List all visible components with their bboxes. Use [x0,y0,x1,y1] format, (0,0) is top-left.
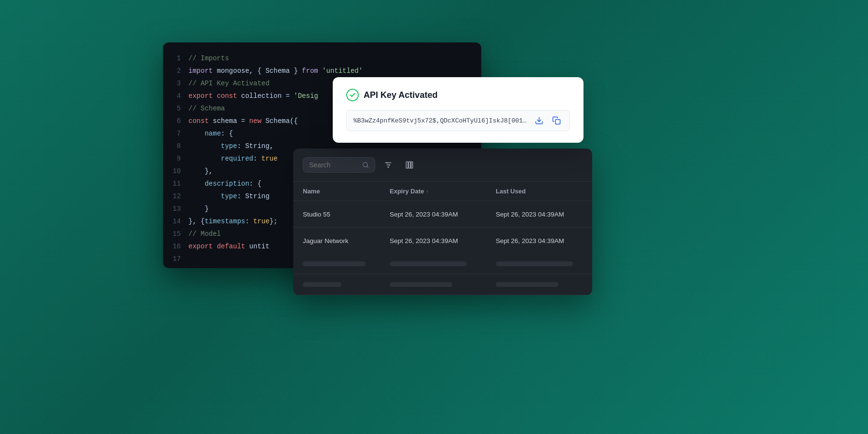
col-name: Name [303,188,390,195]
cell-expiry: Sept 26, 2023 04:39AM [390,211,496,218]
columns-button[interactable] [401,158,418,172]
download-button[interactable] [533,115,545,126]
search-box[interactable] [303,157,375,173]
cell-name: Studio 55 [303,211,390,218]
api-card-title: API Key Activated [364,90,437,100]
cell-last-used: Sept 26, 2023 04:39AM [496,211,592,218]
svg-rect-12 [411,162,413,168]
table-toolbar [293,149,592,182]
skeleton-row [293,254,592,274]
table-row[interactable]: Studio 55 Sept 26, 2023 04:39AM Sept 26,… [293,201,592,228]
skeleton-bar [390,282,452,287]
cell-last-used: Sept 26, 2023 04:39AM [496,237,592,244]
svg-line-3 [367,166,368,168]
skeleton-row [293,274,592,295]
skeleton-bar [496,261,573,266]
line-numbers: 123456789101112131415161718192021 [163,52,189,268]
search-input[interactable] [309,161,358,169]
table-header: Name Expiry Date ↑ Last Used Status [293,182,592,201]
col-expiry[interactable]: Expiry Date ↑ [390,188,496,195]
copy-button[interactable] [550,115,563,126]
api-keys-table-panel: Name Expiry Date ↑ Last Used Status Stud… [293,149,592,295]
check-circle-icon [346,89,359,101]
table-row[interactable]: Jaguar Network Sept 26, 2023 04:39AM Sep… [293,228,592,254]
skeleton-bar [496,282,558,287]
search-icon [362,162,369,168]
sort-arrow-icon: ↑ [426,189,429,194]
svg-rect-1 [556,120,560,124]
svg-rect-11 [409,162,411,168]
svg-rect-10 [406,162,408,168]
svg-point-8 [389,164,390,166]
skeleton-bar [303,282,341,287]
api-card-header: API Key Activated [346,89,570,101]
skeleton-bar [303,261,366,266]
svg-point-9 [388,166,389,168]
skeleton-bar [390,261,467,266]
filter-button[interactable] [380,158,396,172]
cell-expiry: Sept 26, 2023 04:39AM [390,237,496,244]
table-rows: Studio 55 Sept 26, 2023 04:39AM Sept 26,… [293,201,592,254]
svg-point-7 [386,162,388,163]
cell-name: Jaguar Network [303,237,390,244]
col-last-used: Last Used [496,188,592,195]
api-key-value: %B3wZz4pnfKeS9tvj5x72$,QDcXCoHTyUl6]IskJ… [353,117,528,124]
api-key-card: API Key Activated %B3wZz4pnfKeS9tvj5x72$… [333,77,583,143]
api-key-box: %B3wZz4pnfKeS9tvj5x72$,QDcXCoHTyUl6]IskJ… [346,110,570,131]
